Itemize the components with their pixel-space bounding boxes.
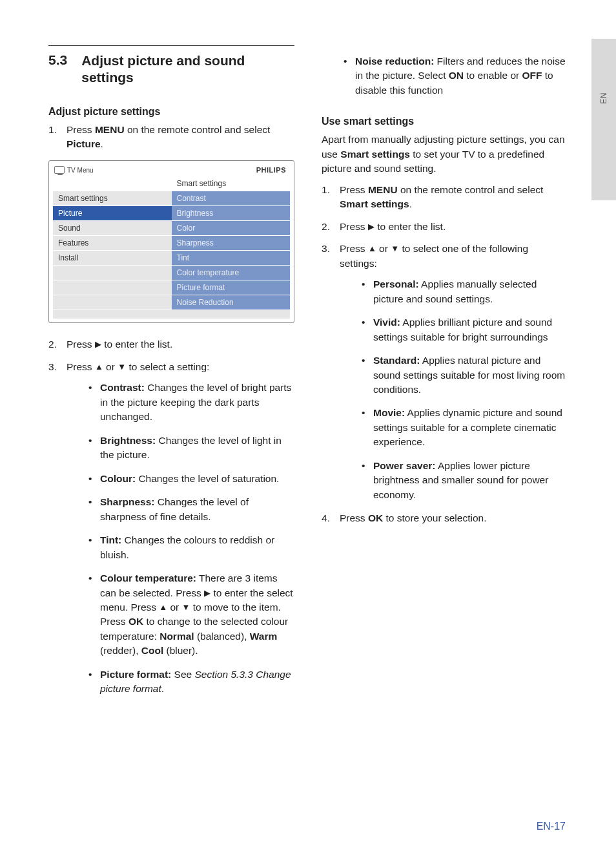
tv-left-item: Sound — [53, 220, 172, 235]
bullet-colour-temp: Colour temperature: There are 3 items ca… — [86, 571, 294, 658]
tv-left-item — [53, 280, 172, 295]
bullet-picture-format: Picture format: See Section 5.3.3 Change… — [86, 668, 294, 697]
bullet-colour: Colour: Changes the level of saturation. — [86, 472, 294, 486]
steps-right: Press MENU on the remote control and sel… — [322, 183, 568, 526]
down-arrow-icon: ▼ — [391, 244, 399, 253]
tv-right-item: Tint — [172, 250, 291, 265]
section-title: Adjust picture and sound settings — [81, 52, 294, 87]
bullet-contrast: Contrast: Changes the level of bright pa… — [86, 381, 294, 424]
up-arrow-icon: ▲ — [95, 362, 103, 372]
smart-settings-intro: Apart from manually adjusting picture se… — [322, 132, 568, 176]
tv-left-item: Smart settings — [53, 191, 172, 205]
tv-right-item: Color — [172, 220, 291, 235]
section-rule — [48, 45, 294, 46]
opt-power-saver: Power saver: Applies lower picture brigh… — [359, 459, 568, 502]
opt-personal: Personal: Applies manually selected pict… — [359, 277, 568, 306]
tv-right-item: Color temperature — [172, 265, 291, 280]
step-3: Press ▲ or ▼ to select a setting: Contra… — [48, 360, 294, 697]
right-arrow-icon: ▶ — [204, 588, 210, 598]
steps-left-2: Press ▶ to enter the list. Press ▲ or ▼ … — [48, 337, 294, 696]
page-number: EN-17 — [537, 821, 566, 832]
r-step-3: Press ▲ or ▼ to select one of the follow… — [322, 242, 568, 502]
up-arrow-icon: ▲ — [368, 244, 376, 253]
bullet-brightness: Brightness: Changes the level of light i… — [86, 434, 294, 463]
subheading-adjust-picture: Adjust picture settings — [48, 106, 294, 118]
opt-movie: Movie: Applies dynamic picture and sound… — [359, 406, 568, 449]
tv-left-item: Features — [53, 235, 172, 250]
up-arrow-icon: ▲ — [159, 602, 167, 612]
tv-left-item — [53, 295, 172, 310]
r-step-1: Press MENU on the remote control and sel… — [322, 183, 568, 212]
opt-standard: Standard: Applies natural picture and so… — [359, 353, 568, 397]
tv-menu-title: TV Menu — [67, 167, 94, 174]
down-arrow-icon: ▼ — [118, 362, 126, 372]
language-tab: EN — [591, 39, 616, 200]
right-arrow-icon: ▶ — [368, 222, 375, 231]
bullet-tint: Tint: Changes the colours to reddish or … — [86, 533, 294, 562]
r-step-2: Press ▶ to enter the list. — [322, 220, 568, 234]
right-arrow-icon: ▶ — [95, 339, 101, 349]
bullet-noise-reduction: Noise reduction: Filters and reduces the… — [341, 54, 568, 98]
left-column: 5.3 Adjust picture and sound settings Ad… — [48, 45, 294, 706]
step-2: Press ▶ to enter the list. — [48, 337, 294, 352]
subheading-smart-settings: Use smart settings — [322, 116, 568, 127]
tv-right-item: Contrast — [172, 191, 291, 205]
tv-menu-right-col: Smart settings Contrast Brightness Color… — [172, 176, 291, 310]
tv-right-item: Noise Reduction — [172, 295, 291, 310]
tv-menu-figure: TV Menu PHILIPS Smart settings Picture S… — [48, 160, 294, 323]
tv-right-item: Sharpness — [172, 235, 291, 250]
tv-right-item: Brightness — [172, 205, 291, 220]
tv-menu-footer — [53, 310, 290, 319]
section-heading: 5.3 Adjust picture and sound settings — [48, 52, 294, 87]
tv-left-item: Install — [53, 250, 172, 265]
tv-menu-head-spacer — [53, 176, 172, 191]
language-tab-label: EN — [599, 92, 608, 104]
philips-logo: PHILIPS — [256, 166, 286, 174]
bullet-sharpness: Sharpness: Changes the level of sharpnes… — [86, 495, 294, 524]
tv-left-item-selected: Picture — [53, 205, 172, 220]
step-1: Press MENU on the remote control and sel… — [48, 123, 294, 152]
noise-reduction-bullet-wrap: Noise reduction: Filters and reduces the… — [341, 54, 568, 98]
tv-icon — [54, 166, 65, 174]
opt-vivid: Vivid: Applies brilliant picture and sou… — [359, 315, 568, 344]
right-column: Noise reduction: Filters and reduces the… — [322, 45, 568, 706]
smart-options: Personal: Applies manually selected pict… — [359, 277, 568, 502]
tv-menu-left-col: Smart settings Picture Sound Features In… — [53, 176, 172, 310]
r-step-4: Press OK to store your selection. — [322, 511, 568, 525]
setting-bullets: Contrast: Changes the level of bright pa… — [86, 381, 294, 696]
tv-left-item — [53, 265, 172, 280]
tv-right-head: Smart settings — [172, 176, 291, 191]
section-number: 5.3 — [48, 52, 67, 68]
steps-left-1: Press MENU on the remote control and sel… — [48, 123, 294, 152]
tv-right-item: Picture format — [172, 280, 291, 295]
down-arrow-icon: ▼ — [182, 602, 190, 612]
